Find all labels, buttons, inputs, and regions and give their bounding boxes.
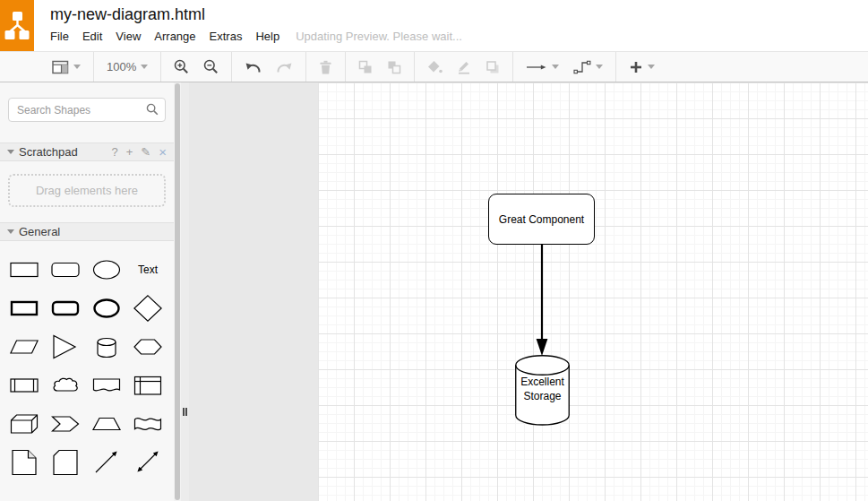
zoom-out-button[interactable] <box>203 59 219 74</box>
sidebar-scrollbar <box>174 82 181 501</box>
shape-panel-button[interactable] <box>52 60 81 74</box>
to-front-button <box>358 60 373 74</box>
diagram-canvas: Great Component Excellent Storage <box>189 82 868 501</box>
plus-icon <box>629 60 643 74</box>
chevron-down-icon <box>141 65 148 69</box>
panel-collapse-handle-icon[interactable] <box>183 408 187 416</box>
waypoints-icon <box>573 60 591 74</box>
zoom-level-dropdown[interactable]: 100% <box>107 60 148 73</box>
shadow-icon <box>486 60 500 74</box>
zoom-in-icon <box>174 59 189 74</box>
status-message: Updating Preview. Please wait... <box>296 30 462 43</box>
shapes-sidebar: Scratchpad ? + ✎ × Drag elements here Ge… <box>0 82 174 501</box>
general-label: General <box>19 225 60 238</box>
shape-parallelogram[interactable] <box>8 332 40 362</box>
trash-icon <box>319 60 332 74</box>
toolbar: 100% <box>0 51 868 82</box>
header: my-new-diagram.html File Edit View Arran… <box>0 0 868 51</box>
shape-rounded-square[interactable] <box>49 293 82 324</box>
panel-divider[interactable] <box>181 82 189 501</box>
drawio-logo-icon <box>0 0 34 51</box>
menu-view[interactable]: View <box>116 30 141 43</box>
shape-process[interactable] <box>8 370 40 401</box>
shape-line[interactable] <box>90 447 123 478</box>
undo-icon <box>245 61 262 73</box>
node-great-component[interactable]: Great Component <box>488 194 595 245</box>
to-back-button <box>387 60 401 74</box>
node-excellent-storage-label[interactable]: Excellent Storage <box>515 375 570 403</box>
connection-arrow-icon <box>526 61 547 73</box>
fill-color-button <box>427 60 443 74</box>
shape-cloud[interactable] <box>49 370 82 401</box>
shape-rectangle[interactable] <box>8 255 40 285</box>
shape-bidirectional-arrow[interactable] <box>132 447 164 478</box>
shape-panel-icon <box>52 60 69 74</box>
shape-square[interactable] <box>8 293 40 324</box>
shape-tape[interactable] <box>132 409 164 439</box>
fill-color-icon <box>427 60 443 74</box>
to-front-icon <box>358 60 373 74</box>
scratchpad-dropzone[interactable]: Drag elements here <box>8 174 166 207</box>
shape-ellipse[interactable] <box>90 255 123 285</box>
scratchpad-header[interactable]: Scratchpad ? + ✎ × <box>0 143 174 161</box>
edge-arrow[interactable] <box>533 245 551 358</box>
shape-circle[interactable] <box>90 293 123 324</box>
to-back-icon <box>387 60 401 74</box>
menu-help[interactable]: Help <box>255 30 279 43</box>
menubar: File Edit View Arrange Extras Help Updat… <box>50 30 462 43</box>
menu-edit[interactable]: Edit <box>82 30 102 43</box>
redo-button <box>276 61 293 73</box>
chevron-down-icon <box>596 65 603 69</box>
zoom-level-value: 100% <box>107 60 136 73</box>
search-shapes-input[interactable] <box>8 98 166 122</box>
waypoint-style-button[interactable] <box>573 60 603 74</box>
zoom-in-button[interactable] <box>174 59 189 74</box>
undo-button[interactable] <box>245 61 262 73</box>
shape-cube[interactable] <box>8 409 40 439</box>
shape-internal-storage[interactable] <box>132 370 164 401</box>
menu-arrange[interactable]: Arrange <box>154 30 195 43</box>
scratchpad-label: Scratchpad <box>19 145 78 159</box>
shape-document[interactable] <box>90 370 123 401</box>
shape-palette: Text <box>0 241 174 481</box>
chevron-down-icon <box>648 65 655 69</box>
shape-rounded-rectangle[interactable] <box>49 255 82 285</box>
search-area <box>0 82 174 122</box>
collapse-caret-icon <box>7 229 14 234</box>
shape-hexagon[interactable] <box>132 332 164 362</box>
shape-diamond[interactable] <box>132 293 164 324</box>
shape-step[interactable] <box>49 409 82 439</box>
redo-icon <box>276 61 293 73</box>
chevron-down-icon <box>73 65 81 69</box>
shape-trapezoid[interactable] <box>90 409 123 439</box>
shape-text[interactable]: Text <box>132 255 164 285</box>
delete-button <box>319 60 332 74</box>
document-title: my-new-diagram.html <box>50 5 205 24</box>
diagram-page-grid[interactable] <box>318 82 868 501</box>
zoom-out-icon <box>203 59 219 74</box>
shape-cylinder[interactable] <box>90 332 123 362</box>
insert-button[interactable] <box>629 60 655 74</box>
general-section-header[interactable]: General <box>0 222 174 241</box>
shape-card[interactable] <box>49 447 82 478</box>
shadow-button <box>486 60 500 74</box>
scratchpad-edit-icon[interactable]: ✎ <box>141 145 150 159</box>
drawio-app: my-new-diagram.html File Edit View Arran… <box>0 0 868 501</box>
search-icon <box>146 103 159 116</box>
connection-style-button[interactable] <box>526 61 559 73</box>
menu-file[interactable]: File <box>50 30 69 43</box>
scratchpad-help-icon[interactable]: ? <box>112 145 118 159</box>
shape-triangle[interactable] <box>49 332 82 362</box>
sidebar-scrollbar-thumb[interactable] <box>175 83 180 500</box>
menu-extras[interactable]: Extras <box>210 30 243 43</box>
shape-note[interactable] <box>8 447 40 478</box>
scratchpad-add-icon[interactable]: + <box>126 145 133 159</box>
scratchpad-close-icon[interactable]: × <box>159 146 167 158</box>
line-color-button <box>457 59 471 74</box>
collapse-caret-icon <box>7 150 14 154</box>
line-color-icon <box>457 59 471 74</box>
chevron-down-icon <box>552 65 559 69</box>
